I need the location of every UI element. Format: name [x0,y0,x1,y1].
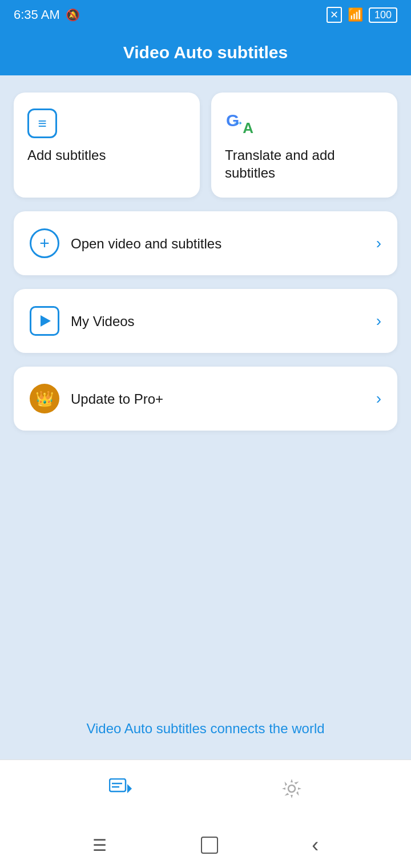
svg-rect-0 [110,779,126,791]
svg-marker-3 [127,784,132,793]
nav-home[interactable] [92,773,149,810]
my-videos-card[interactable]: My Videos › [14,289,397,353]
bottom-nav [0,760,411,822]
status-left: 6:35 AM 🔕 [14,7,80,22]
my-videos-label: My Videos [71,312,365,330]
add-subtitles-label: Add subtitles [27,146,106,164]
translate-subtitles-card[interactable]: G A → Translate and add subtitles [211,93,397,198]
x-icon: ✕ [327,7,342,23]
mute-icon: 🔕 [66,8,80,22]
android-home-btn[interactable] [201,837,218,854]
home-icon [109,778,132,804]
translate-subtitles-label: Translate and add subtitles [225,146,384,182]
wifi-icon: 📶 [348,7,363,22]
android-nav-bar: ☰ ‹ [0,822,411,868]
android-menu-btn[interactable]: ☰ [92,836,108,855]
translate-icon: G A → [225,108,255,138]
tagline: Video Auto subtitles connects the world [14,704,397,748]
update-pro-card[interactable]: 👑 Update to Pro+ › [14,367,397,431]
app-title: Video Auto subtitles [123,43,288,62]
crown-icon: 👑 [30,384,59,413]
add-subtitles-card[interactable]: Add subtitles [14,93,200,198]
svg-point-4 [288,785,295,792]
status-right: ✕ 📶 100 [327,7,397,23]
time-display: 6:35 AM [14,7,60,22]
video-icon [30,306,59,336]
main-content: Add subtitles G A → Translate and add su… [0,75,411,760]
update-pro-label: Update to Pro+ [71,390,365,408]
android-back-btn[interactable]: ‹ [312,833,319,857]
settings-icon [281,778,303,805]
open-video-subtitles-card[interactable]: + Open video and subtitles › [14,211,397,275]
top-cards-row: Add subtitles G A → Translate and add su… [14,93,397,198]
add-circle-icon: + [30,228,59,258]
status-bar: 6:35 AM 🔕 ✕ 📶 100 [0,0,411,30]
nav-settings[interactable] [264,772,320,810]
update-pro-chevron: › [376,389,381,408]
open-video-label: Open video and subtitles [71,235,365,252]
subtitles-icon [27,108,57,138]
my-videos-chevron: › [376,312,381,330]
open-video-chevron: › [376,234,381,252]
battery-icon: 100 [369,7,397,23]
app-bar: Video Auto subtitles [0,30,411,75]
